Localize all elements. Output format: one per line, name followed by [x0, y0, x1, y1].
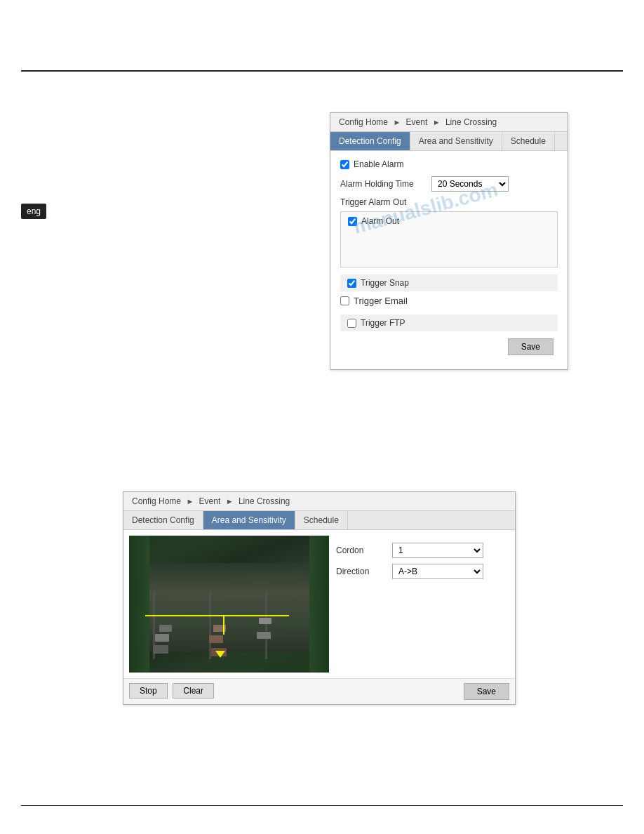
- alarm-out-row: Alarm Out: [348, 216, 550, 226]
- cordon-select[interactable]: 1 2 3 4: [392, 543, 483, 558]
- alarm-out-checkbox[interactable]: [348, 217, 357, 226]
- trigger-ftp-label: Trigger FTP: [361, 318, 405, 328]
- breadcrumb2-arrow-2: ►: [226, 497, 234, 505]
- trigger-email-checkbox[interactable]: [340, 296, 349, 305]
- direction-select[interactable]: A->B B->A A<->B: [392, 564, 483, 579]
- tab-bar-2: Detection Config Area and Sensitivity Sc…: [123, 511, 515, 530]
- tab-schedule[interactable]: Schedule: [502, 132, 555, 150]
- alarm-out-box: Alarm Out: [340, 211, 558, 267]
- breadcrumb-2: Config Home ► Event ► Line Crossing: [123, 492, 515, 511]
- enable-alarm-row: Enable Alarm: [340, 159, 558, 169]
- direction-row: Direction A->B B->A A<->B: [336, 564, 509, 579]
- top-rule: [21, 70, 623, 72]
- tab-area-sensitivity[interactable]: Area and Sensitivity: [410, 132, 502, 150]
- bottom-rule: [21, 805, 623, 806]
- breadcrumb: Config Home ► Event ► Line Crossing: [330, 113, 568, 132]
- tab2-area-sensitivity[interactable]: Area and Sensitivity: [203, 511, 295, 529]
- eng-label: eng: [21, 204, 46, 219]
- alarm-holding-time-row: Alarm Holding Time 5 Seconds 10 Seconds …: [340, 176, 558, 192]
- save-button[interactable]: Save: [508, 338, 554, 355]
- breadcrumb-arrow-1: ►: [393, 118, 401, 126]
- tab2-schedule[interactable]: Schedule: [295, 511, 348, 529]
- camera-background: [129, 536, 329, 673]
- alarm-holding-time-label: Alarm Holding Time: [340, 179, 431, 189]
- trigger-email-label: Trigger Email: [354, 296, 408, 306]
- enable-alarm-checkbox[interactable]: [340, 160, 349, 169]
- detection-config-panel: manualslib.com Config Home ► Event ► Lin…: [330, 112, 568, 370]
- stop-button[interactable]: Stop: [129, 683, 168, 699]
- tab-detection-config[interactable]: Detection Config: [330, 132, 410, 150]
- direction-label: Direction: [336, 567, 392, 576]
- trigger-ftp-row: Trigger FTP: [340, 315, 558, 331]
- breadcrumb-arrow-2: ►: [433, 118, 441, 126]
- breadcrumb2-event: Event: [199, 496, 221, 506]
- breadcrumb-page: Line Crossing: [445, 117, 497, 127]
- clear-button[interactable]: Clear: [173, 683, 214, 699]
- alarm-holding-time-select[interactable]: 5 Seconds 10 Seconds 20 Seconds 30 Secon…: [431, 176, 509, 192]
- area-sensitivity-panel: manualslib.com Config Home ► Event ► Lin…: [123, 491, 516, 705]
- breadcrumb-event: Event: [406, 117, 428, 127]
- panel-body: Enable Alarm Alarm Holding Time 5 Second…: [330, 151, 568, 369]
- save-area: Save: [340, 333, 558, 361]
- trigger-ftp-checkbox[interactable]: [347, 319, 356, 328]
- cordon-label: Cordon: [336, 545, 392, 555]
- trigger-snap-row: Trigger Snap: [340, 274, 558, 291]
- camera-view: [129, 536, 329, 673]
- tab2-detection-config[interactable]: Detection Config: [123, 511, 203, 529]
- panel2-left-buttons: Stop Clear: [129, 683, 217, 700]
- cordon-row: Cordon 1 2 3 4: [336, 543, 509, 558]
- breadcrumb-home: Config Home: [339, 117, 388, 127]
- trigger-snap-label: Trigger Snap: [361, 278, 409, 288]
- panel2-bottom: Stop Clear Save: [123, 678, 515, 704]
- panel2-right: Cordon 1 2 3 4 Direction A->B B->A A<->B: [336, 536, 509, 673]
- alarm-out-label: Alarm Out: [361, 216, 399, 226]
- breadcrumb2-home: Config Home: [132, 496, 181, 506]
- panel2-save-button[interactable]: Save: [464, 683, 509, 700]
- enable-alarm-label: Enable Alarm: [354, 159, 403, 169]
- breadcrumb2-page: Line Crossing: [239, 496, 290, 506]
- trigger-alarm-out-label: Trigger Alarm Out: [340, 197, 558, 207]
- breadcrumb2-arrow-1: ►: [186, 497, 194, 505]
- trigger-email-row: Trigger Email: [340, 293, 558, 309]
- tab-bar: Detection Config Area and Sensitivity Sc…: [330, 132, 568, 151]
- trigger-snap-checkbox[interactable]: [347, 279, 356, 288]
- panel2-content: Cordon 1 2 3 4 Direction A->B B->A A<->B: [123, 530, 515, 678]
